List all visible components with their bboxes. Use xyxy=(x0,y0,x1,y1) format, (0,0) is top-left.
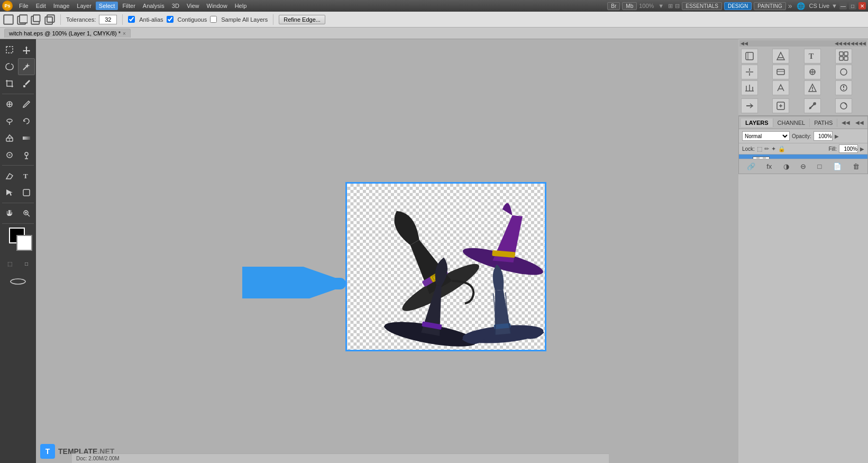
svg-rect-27 xyxy=(23,189,30,196)
add-mask-btn[interactable]: ◑ xyxy=(783,162,789,170)
new-group-btn[interactable]: □ xyxy=(818,162,822,170)
lock-transparency-icon[interactable]: ⬚ xyxy=(757,146,762,152)
panel-icon-11[interactable] xyxy=(804,80,821,95)
refine-edge-button[interactable]: Refine Edge... xyxy=(279,15,325,24)
cs-live-icon: 🌐 xyxy=(797,2,805,10)
link-layers-btn[interactable]: 🔗 xyxy=(747,162,755,170)
selection-type-subtract[interactable] xyxy=(31,14,41,25)
anti-alias-checkbox[interactable] xyxy=(128,16,135,23)
minimize-btn[interactable]: — xyxy=(839,2,847,10)
close-doc-btn[interactable]: × xyxy=(123,31,126,37)
hand-tool[interactable] xyxy=(1,205,18,222)
crop-tool[interactable] xyxy=(1,75,18,92)
document-tab[interactable]: witch hat.eps @ 100% (Layer 1, CMYK/8) *… xyxy=(4,29,131,38)
tool-row-8: T xyxy=(1,167,35,184)
svg-rect-59 xyxy=(839,57,843,60)
panel-icon-10[interactable] xyxy=(772,80,789,95)
clone-tool[interactable] xyxy=(1,113,18,130)
panel-icon-3[interactable]: T xyxy=(804,49,821,63)
menu-layer[interactable]: Layer xyxy=(74,2,95,10)
new-fill-layer-btn[interactable]: ⊖ xyxy=(800,162,806,170)
menu-select[interactable]: Select xyxy=(96,2,118,10)
tool-row-5 xyxy=(1,113,35,130)
healing-tool[interactable] xyxy=(1,96,18,113)
menu-help[interactable]: Help xyxy=(232,2,250,10)
move-tool[interactable] xyxy=(18,41,35,58)
menu-filter[interactable]: Filter xyxy=(119,2,138,10)
layers-panel-tabs: LAYERS CHANNEL PATHS ◀◀ ◀◀ xyxy=(739,116,867,129)
delete-layer-btn[interactable]: 🗑 xyxy=(853,162,860,170)
selection-type-add[interactable] xyxy=(17,14,28,25)
shape-tool[interactable] xyxy=(18,184,35,201)
panel-icon-2[interactable] xyxy=(772,49,789,63)
brush-tool[interactable] xyxy=(18,96,35,113)
background-color[interactable] xyxy=(16,235,32,251)
options-bar: Tolerances: Anti-alias Contiguous Sample… xyxy=(0,12,868,28)
lock-position-icon[interactable]: ✦ xyxy=(771,146,776,152)
panel-icon-5[interactable] xyxy=(741,65,758,79)
history-tool[interactable] xyxy=(18,113,35,130)
channels-tab[interactable]: CHANNEL xyxy=(773,119,810,127)
panel-icon-8[interactable] xyxy=(835,65,852,79)
sample-all-checkbox[interactable] xyxy=(210,16,217,23)
fill-stepper[interactable]: ▶ xyxy=(860,146,864,152)
selection-type-intersect[interactable] xyxy=(44,14,55,25)
selection-type-new[interactable] xyxy=(3,14,14,25)
layers-tab[interactable]: LAYERS xyxy=(741,119,773,127)
panel-icon-12[interactable] xyxy=(835,80,852,95)
menu-analysis[interactable]: Analysis xyxy=(140,2,168,10)
path-selection-tool[interactable] xyxy=(1,184,18,201)
minibridgde-btn[interactable]: Mb xyxy=(622,2,637,10)
layers-panel-expand-btn[interactable]: ◀◀ xyxy=(854,120,865,125)
magic-wand-tool[interactable] xyxy=(18,58,35,75)
essentials-btn[interactable]: ESSENTIALS xyxy=(682,2,722,10)
zoom-tool[interactable] xyxy=(18,205,35,222)
panel-icon-1[interactable] xyxy=(741,49,758,63)
tolerance-input[interactable] xyxy=(99,15,117,24)
paths-tab[interactable]: PATHS xyxy=(810,119,837,127)
blend-mode-select[interactable]: Normal xyxy=(742,131,790,141)
quick-mask-btn[interactable]: ⬚ xyxy=(1,255,18,272)
eraser-tool[interactable] xyxy=(1,130,18,147)
blur-tool[interactable] xyxy=(1,147,18,164)
more-workspaces-btn[interactable]: » xyxy=(788,2,792,10)
menu-file[interactable]: File xyxy=(16,2,32,10)
maximize-btn[interactable]: □ xyxy=(849,2,856,10)
menu-edit[interactable]: Edit xyxy=(33,2,49,10)
painting-btn[interactable]: PAINTING xyxy=(754,2,785,10)
lock-pixels-icon[interactable]: ✏ xyxy=(764,146,769,152)
layers-panel-menu-btn[interactable]: ◀◀ xyxy=(840,120,852,125)
design-btn[interactable]: DESIGN xyxy=(724,2,752,10)
ellipse-tool[interactable] xyxy=(1,274,35,289)
lasso-tool[interactable] xyxy=(1,58,18,75)
menu-view[interactable]: View xyxy=(184,2,203,10)
gradient-tool[interactable] xyxy=(18,130,35,147)
bridge-btn[interactable]: Br xyxy=(607,2,620,10)
marquee-tool[interactable] xyxy=(1,41,18,58)
menu-3d[interactable]: 3D xyxy=(169,2,182,10)
new-layer-btn[interactable]: 📄 xyxy=(833,162,842,170)
panel-icon-9[interactable] xyxy=(741,80,758,95)
opacity-input[interactable] xyxy=(814,131,833,141)
panel-icon-6[interactable] xyxy=(772,65,789,79)
menu-image[interactable]: Image xyxy=(50,2,73,10)
panel-icon-4[interactable] xyxy=(835,49,852,63)
panel-icon-16[interactable] xyxy=(835,98,852,113)
dodge-tool[interactable] xyxy=(18,147,35,164)
cs-live-label[interactable]: CS Live xyxy=(809,3,830,9)
pen-tool[interactable] xyxy=(1,167,18,184)
panel-icon-14[interactable] xyxy=(772,98,789,113)
eyedropper-tool[interactable] xyxy=(18,75,35,92)
lock-all-icon[interactable]: 🔒 xyxy=(778,146,785,152)
screen-mode-btn[interactable]: □ xyxy=(18,255,35,272)
panel-icon-13[interactable] xyxy=(741,98,758,113)
panel-icon-7[interactable] xyxy=(804,65,821,79)
fill-input[interactable] xyxy=(839,144,858,153)
opacity-stepper[interactable]: ▶ xyxy=(835,133,839,139)
type-tool[interactable]: T xyxy=(18,167,35,184)
panel-icon-15[interactable] xyxy=(804,98,821,113)
close-app-btn[interactable]: ✕ xyxy=(858,2,866,10)
contiguous-checkbox[interactable] xyxy=(167,16,173,23)
add-style-btn[interactable]: fx xyxy=(766,162,772,170)
menu-window[interactable]: Window xyxy=(204,2,231,10)
